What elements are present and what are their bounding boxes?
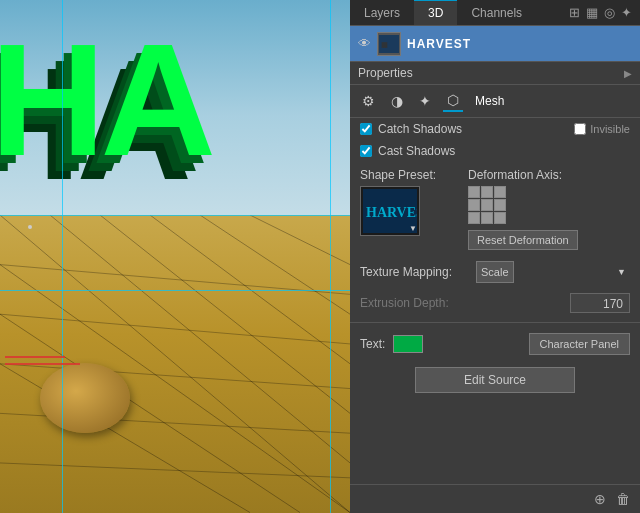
- red-line-1: [5, 363, 80, 365]
- svg-line-4: [200, 215, 350, 314]
- layer-row[interactable]: 👁 ▦ HARVEST: [350, 26, 640, 62]
- text-label: Text:: [360, 337, 385, 351]
- svg-line-5: [250, 215, 350, 265]
- 3d-text: HA: [0, 20, 211, 180]
- hay-bale: [40, 363, 130, 433]
- properties-collapse[interactable]: ▶: [624, 68, 632, 79]
- svg-line-2: [100, 215, 350, 413]
- visibility-icon[interactable]: 👁: [358, 36, 371, 51]
- divider: [350, 322, 640, 323]
- anchor-dot: [28, 225, 32, 229]
- deform-cell-3[interactable]: [494, 186, 506, 198]
- guide-vertical-2: [330, 0, 331, 513]
- guide-horizontal-2: [0, 290, 350, 291]
- delete-icon[interactable]: 🗑: [616, 491, 630, 507]
- shape-preset-label: Shape Preset:: [360, 168, 450, 182]
- red-line-2: [5, 356, 65, 358]
- bottom-icons: ⊕ 🗑: [350, 484, 640, 513]
- right-panel: Layers 3D Channels ⊞ ▦ ◎ ✦ 👁 ▦ HARVEST P…: [350, 0, 640, 513]
- extrusion-depth-value[interactable]: 170: [570, 293, 630, 313]
- reset-deformation-button[interactable]: Reset Deformation: [468, 230, 578, 250]
- shape-deform-row: Shape Preset: HARVEST ▼ Deformation Axis…: [350, 162, 640, 256]
- catch-shadows-checkbox[interactable]: [360, 123, 372, 135]
- invisible-checkbox[interactable]: [574, 123, 586, 135]
- shape-preset-box[interactable]: HARVEST ▼: [360, 186, 420, 236]
- light-icon[interactable]: ✦: [415, 91, 435, 111]
- catch-shadows-row: Catch Shadows Invisible: [350, 118, 640, 140]
- deform-cell-5[interactable]: [481, 199, 493, 211]
- deform-cell-6[interactable]: [494, 199, 506, 211]
- character-panel-button[interactable]: Character Panel: [529, 333, 631, 355]
- mesh-icon[interactable]: ⬡: [443, 90, 463, 112]
- texture-mapping-select[interactable]: Scale: [476, 261, 514, 283]
- deformation-label: Deformation Axis:: [468, 168, 562, 182]
- deformation-grid: [468, 186, 506, 224]
- texture-mapping-label: Texture Mapping:: [360, 265, 470, 279]
- sun-icon[interactable]: ✦: [621, 5, 632, 20]
- cast-shadows-label: Cast Shadows: [378, 144, 455, 158]
- catch-shadows-label: Catch Shadows: [378, 122, 462, 136]
- deform-cell-4[interactable]: [468, 199, 480, 211]
- tab-channels[interactable]: Channels: [457, 0, 536, 25]
- texture-mapping-select-wrapper: Scale ▼: [476, 261, 630, 283]
- canvas-area: HA: [0, 0, 350, 513]
- properties-title: Properties: [358, 66, 413, 80]
- cast-shadows-row: Cast Shadows: [350, 140, 640, 162]
- svg-text:HARVEST: HARVEST: [366, 205, 417, 220]
- guide-horizontal-1: [0, 215, 350, 216]
- select-arrow-icon: ▼: [617, 267, 626, 277]
- extrusion-depth-label: Extrusion Depth:: [360, 296, 470, 310]
- arrange-icon[interactable]: ⊞: [569, 5, 580, 20]
- texture-mapping-row: Texture Mapping: Scale ▼: [350, 256, 640, 288]
- shape-preset-arrow: ▼: [409, 224, 417, 233]
- deform-cell-2[interactable]: [481, 186, 493, 198]
- mesh-label: Mesh: [475, 94, 504, 108]
- tab-layers[interactable]: Layers: [350, 0, 414, 25]
- layer-thumbnail: ▦: [377, 32, 401, 56]
- tool-row: ⚙ ◑ ✦ ⬡ Mesh: [350, 85, 640, 118]
- tab-icons: ⊞ ▦ ◎ ✦: [569, 5, 640, 20]
- extrusion-depth-row: Extrusion Depth: 170: [350, 288, 640, 318]
- svg-text:▦: ▦: [381, 41, 388, 48]
- deform-cell-1[interactable]: [468, 186, 480, 198]
- deform-cell-9[interactable]: [494, 212, 506, 224]
- deform-cell-8[interactable]: [481, 212, 493, 224]
- tab-3d[interactable]: 3D: [414, 0, 457, 25]
- circle-icon[interactable]: ◎: [604, 5, 615, 20]
- edit-source-row: Edit Source: [350, 361, 640, 399]
- layer-name: HARVEST: [407, 37, 471, 51]
- guide-vertical-1: [62, 0, 63, 513]
- environment-icon[interactable]: ◑: [387, 91, 407, 111]
- tab-bar: Layers 3D Channels ⊞ ▦ ◎ ✦: [350, 0, 640, 26]
- properties-header: Properties ▶: [350, 62, 640, 85]
- edit-source-button[interactable]: Edit Source: [415, 367, 575, 393]
- filter-icon[interactable]: ⚙: [358, 91, 379, 111]
- spacer: [350, 399, 640, 484]
- cast-shadows-checkbox[interactable]: [360, 145, 372, 157]
- text-row: Text: Character Panel: [350, 327, 640, 361]
- deform-cell-7[interactable]: [468, 212, 480, 224]
- invisible-row: Invisible: [574, 123, 630, 135]
- grid-icon[interactable]: ▦: [586, 5, 598, 20]
- svg-line-13: [0, 463, 350, 478]
- add-icon[interactable]: ⊕: [594, 491, 606, 507]
- text-color-swatch[interactable]: [393, 335, 423, 353]
- invisible-label: Invisible: [590, 123, 630, 135]
